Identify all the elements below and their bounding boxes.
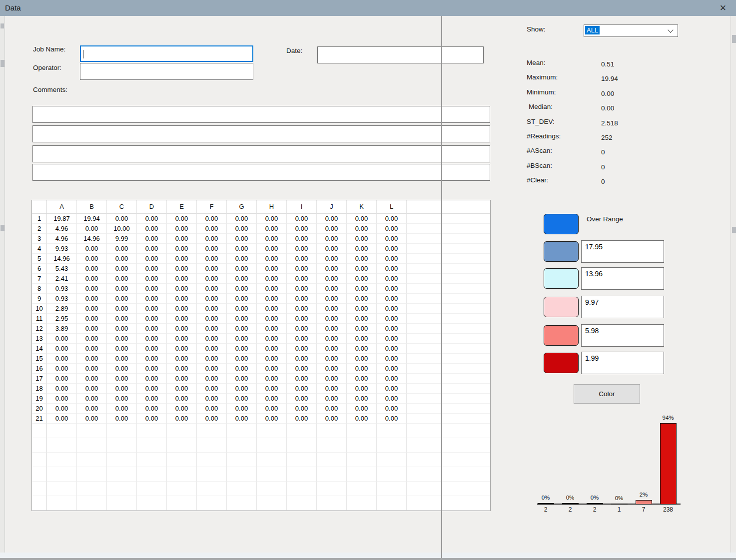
grid-cell[interactable]: 0.00 xyxy=(137,354,167,364)
grid-cell[interactable]: 0.00 xyxy=(227,264,257,274)
grid-cell[interactable]: 0.00 xyxy=(317,364,347,374)
grid-cell[interactable]: 0.00 xyxy=(347,274,377,284)
grid-cell[interactable]: 0.00 xyxy=(167,224,197,234)
grid-cell[interactable]: 0.00 xyxy=(377,304,407,314)
grid-cell[interactable]: 0.00 xyxy=(227,214,257,224)
grid-cell[interactable]: 0.00 xyxy=(197,264,227,274)
grid-cell[interactable]: 0.00 xyxy=(257,294,287,304)
show-dropdown[interactable]: ALL xyxy=(584,24,678,37)
grid-row-number[interactable]: 6 xyxy=(32,264,47,274)
grid-cell[interactable]: 0.00 xyxy=(167,414,197,424)
grid-cell[interactable]: 0.00 xyxy=(257,234,287,244)
threshold-swatch[interactable] xyxy=(544,241,579,262)
grid-cell[interactable]: 0.00 xyxy=(257,384,287,394)
grid-cell[interactable]: 0.00 xyxy=(167,294,197,304)
grid-header-cell[interactable]: L xyxy=(377,200,407,214)
grid-cell[interactable]: 0.00 xyxy=(257,394,287,404)
grid-cell[interactable]: 0.00 xyxy=(287,304,317,314)
grid-cell[interactable]: 0.00 xyxy=(257,224,287,234)
grid-row-number[interactable]: 14 xyxy=(32,344,47,354)
grid-cell[interactable]: 0.00 xyxy=(377,384,407,394)
grid-row-number[interactable]: 11 xyxy=(32,314,47,324)
grid-cell[interactable]: 0.00 xyxy=(107,274,137,284)
grid-cell[interactable]: 0.00 xyxy=(167,274,197,284)
grid-cell[interactable]: 0.00 xyxy=(167,374,197,384)
grid-cell[interactable]: 0.00 xyxy=(167,244,197,254)
grid-cell[interactable]: 0.00 xyxy=(227,304,257,314)
grid-cell[interactable]: 0.00 xyxy=(287,274,317,284)
grid-cell[interactable]: 0.00 xyxy=(137,324,167,334)
grid-cell[interactable]: 2.95 xyxy=(47,314,77,324)
grid-cell[interactable]: 0.00 xyxy=(317,284,347,294)
grid-cell[interactable]: 0.00 xyxy=(107,284,137,294)
grid-cell[interactable]: 0.00 xyxy=(47,414,77,424)
grid-cell[interactable]: 0.00 xyxy=(317,374,347,384)
grid-cell[interactable]: 0.00 xyxy=(227,314,257,324)
grid-cell[interactable]: 0.00 xyxy=(287,284,317,294)
grid-cell[interactable]: 0.00 xyxy=(227,234,257,244)
grid-cell[interactable]: 0.00 xyxy=(377,224,407,234)
grid-cell[interactable]: 0.00 xyxy=(227,284,257,294)
grid-cell[interactable]: 0.00 xyxy=(197,224,227,234)
grid-cell[interactable]: 10.00 xyxy=(107,224,137,234)
grid-cell[interactable]: 0.00 xyxy=(197,394,227,404)
grid-cell[interactable]: 0.00 xyxy=(317,334,347,344)
grid-cell[interactable]: 4.96 xyxy=(47,224,77,234)
grid-cell[interactable]: 0.00 xyxy=(257,274,287,284)
grid-cell[interactable]: 0.00 xyxy=(197,284,227,294)
grid-cell[interactable]: 0.00 xyxy=(77,374,107,384)
grid-cell[interactable]: 0.00 xyxy=(347,284,377,294)
grid-row-number[interactable]: 18 xyxy=(32,384,47,394)
grid-cell[interactable]: 0.00 xyxy=(197,304,227,314)
grid-cell[interactable]: 0.00 xyxy=(77,394,107,404)
grid-header-cell[interactable]: E xyxy=(167,200,197,214)
grid-cell[interactable]: 0.00 xyxy=(347,374,377,384)
grid-row-number[interactable]: 20 xyxy=(32,404,47,414)
grid-cell[interactable]: 14.96 xyxy=(77,234,107,244)
grid-cell[interactable]: 0.00 xyxy=(197,214,227,224)
grid-row-number[interactable]: 1 xyxy=(32,214,47,224)
grid-cell[interactable]: 0.00 xyxy=(47,344,77,354)
grid-cell[interactable]: 0.00 xyxy=(167,234,197,244)
grid-cell[interactable]: 0.00 xyxy=(257,364,287,374)
grid-cell[interactable]: 0.00 xyxy=(167,354,197,364)
date-field[interactable] xyxy=(317,46,484,63)
grid-cell[interactable]: 0.00 xyxy=(227,254,257,264)
grid-cell[interactable]: 0.00 xyxy=(257,374,287,384)
grid-cell[interactable]: 0.00 xyxy=(77,364,107,374)
grid-cell[interactable]: 0.00 xyxy=(137,304,167,314)
grid-cell[interactable]: 0.00 xyxy=(77,224,107,234)
grid-cell[interactable]: 0.00 xyxy=(287,364,317,374)
grid-cell[interactable]: 0.00 xyxy=(167,404,197,414)
grid-cell[interactable]: 0.00 xyxy=(107,394,137,404)
grid-cell[interactable]: 0.00 xyxy=(317,264,347,274)
grid-cell[interactable]: 0.00 xyxy=(77,264,107,274)
grid-cell[interactable]: 0.00 xyxy=(227,384,257,394)
grid-cell[interactable]: 0.00 xyxy=(77,384,107,394)
grid-cell[interactable]: 0.00 xyxy=(257,284,287,294)
grid-cell[interactable]: 0.00 xyxy=(167,254,197,264)
grid-cell[interactable]: 0.00 xyxy=(377,404,407,414)
grid-cell[interactable]: 0.00 xyxy=(227,414,257,424)
grid-cell[interactable]: 9.99 xyxy=(107,234,137,244)
grid-cell[interactable]: 0.00 xyxy=(107,344,137,354)
grid-cell[interactable]: 0.00 xyxy=(137,404,167,414)
grid-cell[interactable]: 0.00 xyxy=(137,384,167,394)
grid-cell[interactable]: 0.00 xyxy=(347,324,377,334)
grid-corner-cell[interactable] xyxy=(32,200,47,214)
grid-cell[interactable]: 0.00 xyxy=(167,324,197,334)
grid-cell[interactable]: 0.00 xyxy=(347,304,377,314)
grid-cell[interactable]: 0.00 xyxy=(137,294,167,304)
grid-cell[interactable]: 0.00 xyxy=(317,214,347,224)
grid-cell[interactable]: 0.00 xyxy=(77,344,107,354)
grid-cell[interactable]: 0.00 xyxy=(377,294,407,304)
grid-cell[interactable]: 0.00 xyxy=(107,314,137,324)
threshold-value-field[interactable]: 13.96 xyxy=(581,267,664,290)
grid-cell[interactable]: 0.00 xyxy=(347,244,377,254)
grid-cell[interactable]: 0.00 xyxy=(377,374,407,384)
grid-cell[interactable]: 0.00 xyxy=(347,354,377,364)
grid-cell[interactable]: 0.00 xyxy=(377,254,407,264)
grid-cell[interactable]: 0.00 xyxy=(347,294,377,304)
grid-cell[interactable]: 0.00 xyxy=(377,274,407,284)
threshold-swatch[interactable] xyxy=(544,325,579,346)
